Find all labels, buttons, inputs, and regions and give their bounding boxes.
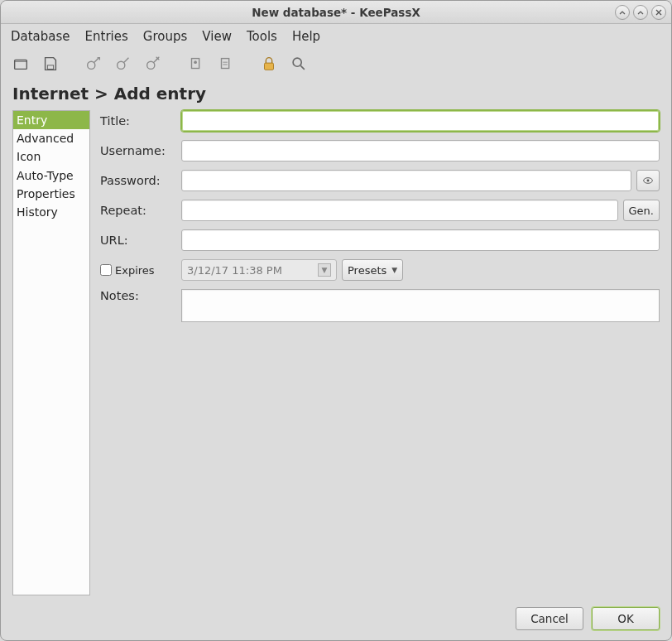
menu-tools[interactable]: Tools bbox=[247, 29, 277, 44]
cancel-button-label: Cancel bbox=[530, 612, 569, 625]
notes-textarea[interactable] bbox=[181, 289, 660, 322]
chevron-down-icon: ▼ bbox=[391, 266, 397, 274]
page-heading: Internet > Add entry bbox=[1, 79, 671, 110]
menu-view[interactable]: View bbox=[202, 29, 232, 44]
open-db-icon[interactable] bbox=[9, 52, 32, 75]
toolbar bbox=[1, 49, 671, 79]
menu-help[interactable]: Help bbox=[292, 29, 320, 44]
url-input[interactable] bbox=[181, 229, 660, 251]
repeat-label: Repeat: bbox=[100, 204, 176, 217]
password-input[interactable] bbox=[181, 170, 631, 191]
expires-datetime-value: 3/12/17 11:38 PM bbox=[187, 264, 282, 277]
sidebar-item-history[interactable]: History bbox=[13, 203, 89, 221]
menu-database[interactable]: Database bbox=[11, 29, 70, 44]
cancel-button[interactable]: Cancel bbox=[516, 607, 583, 630]
sidebar-item-autotype[interactable]: Auto-Type bbox=[13, 166, 89, 185]
close-button[interactable] bbox=[651, 5, 666, 20]
window-title: New database* - KeePassX bbox=[1, 6, 671, 19]
titlebar: New database* - KeePassX bbox=[1, 1, 671, 24]
toggle-password-visibility-button[interactable] bbox=[636, 170, 660, 191]
chevron-down-icon: ▼ bbox=[318, 263, 331, 277]
ok-button-label: OK bbox=[617, 612, 633, 625]
search-icon[interactable] bbox=[287, 52, 310, 75]
copy-password-icon[interactable] bbox=[214, 52, 238, 75]
svg-point-6 bbox=[194, 60, 197, 64]
presets-button[interactable]: Presets ▼ bbox=[342, 259, 403, 281]
sidebar-item-properties[interactable]: Properties bbox=[13, 185, 89, 203]
expires-label: Expires bbox=[115, 264, 155, 277]
maximize-button[interactable] bbox=[633, 5, 648, 20]
notes-label: Notes: bbox=[100, 289, 176, 302]
ok-button[interactable]: OK bbox=[592, 607, 660, 630]
svg-rect-8 bbox=[265, 63, 274, 70]
sidebar: Entry Advanced Icon Auto-Type Properties… bbox=[12, 110, 90, 595]
title-label: Title: bbox=[100, 114, 176, 128]
title-input[interactable] bbox=[181, 110, 660, 132]
presets-label: Presets bbox=[348, 264, 386, 277]
password-label: Password: bbox=[100, 174, 176, 187]
expires-datetime-picker[interactable]: 3/12/17 11:38 PM ▼ bbox=[181, 259, 337, 281]
menu-entries[interactable]: Entries bbox=[85, 29, 128, 44]
delete-entry-icon[interactable] bbox=[142, 52, 165, 75]
add-entry-icon[interactable] bbox=[82, 52, 105, 75]
svg-point-3 bbox=[118, 61, 125, 69]
minimize-button[interactable] bbox=[615, 5, 630, 20]
generate-password-button[interactable]: Gen. bbox=[623, 200, 660, 221]
svg-point-11 bbox=[647, 180, 650, 182]
menubar: Database Entries Groups View Tools Help bbox=[1, 24, 671, 49]
username-label: Username: bbox=[100, 144, 176, 157]
sidebar-item-icon[interactable]: Icon bbox=[13, 147, 89, 166]
url-label: URL: bbox=[100, 234, 176, 247]
generate-password-label: Gen. bbox=[629, 205, 654, 217]
expires-checkbox[interactable] bbox=[100, 264, 112, 276]
username-input[interactable] bbox=[181, 140, 660, 161]
repeat-password-input[interactable] bbox=[181, 200, 618, 221]
copy-username-icon[interactable] bbox=[185, 52, 208, 75]
lock-icon[interactable] bbox=[257, 52, 281, 75]
sidebar-item-entry[interactable]: Entry bbox=[13, 111, 89, 129]
edit-entry-icon[interactable] bbox=[112, 52, 135, 75]
menu-groups[interactable]: Groups bbox=[143, 29, 187, 44]
svg-point-9 bbox=[293, 58, 301, 66]
save-db-icon[interactable] bbox=[39, 52, 62, 75]
svg-point-2 bbox=[88, 61, 95, 69]
sidebar-item-advanced[interactable]: Advanced bbox=[13, 129, 89, 147]
svg-point-4 bbox=[147, 61, 155, 69]
svg-rect-1 bbox=[47, 65, 53, 70]
svg-rect-7 bbox=[222, 59, 229, 69]
